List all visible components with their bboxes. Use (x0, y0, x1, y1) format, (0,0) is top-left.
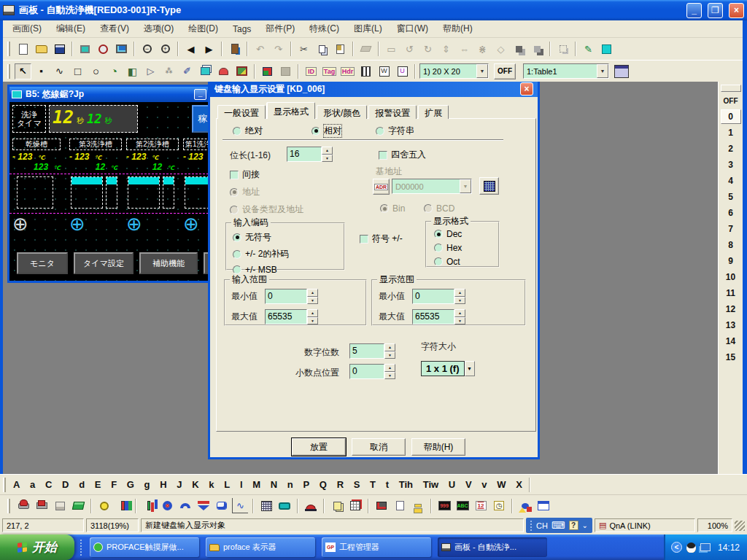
state-key-8[interactable]: 8 (721, 238, 741, 252)
spin-down-icon[interactable]: ▼ (384, 351, 395, 359)
letter-key[interactable]: L (224, 479, 230, 490)
data-table-icon[interactable] (347, 498, 363, 513)
letter-key[interactable]: A (13, 479, 20, 490)
hmi-nav-aux[interactable]: 補助機能 (139, 252, 198, 274)
parts-box-icon[interactable] (374, 498, 390, 513)
menu-library[interactable]: 图库(L) (347, 20, 389, 37)
tank-section[interactable]: 第1洗浄槽 - 123 ℃ 12 ℃ ⊕ (183, 139, 209, 246)
letter-key[interactable]: T (370, 479, 376, 490)
tag-tool-icon[interactable]: Tag (321, 63, 338, 79)
state-key-9[interactable]: 9 (721, 254, 741, 268)
quicklaunch-grip[interactable] (80, 540, 83, 556)
line-tool-icon[interactable]: ∿ (51, 63, 68, 79)
task-proface-help[interactable]: PROFACE触摸屏做... (90, 537, 199, 557)
chevron-down-icon[interactable]: ▼ (476, 64, 488, 78)
bring-front-icon[interactable] (511, 41, 527, 57)
ime-options-icon[interactable]: ⌄ (582, 521, 588, 529)
state-key-0[interactable]: 0 (721, 109, 741, 124)
tank-section[interactable]: 乾燥槽 - 123 ℃ 123 ℃ ⊕ (12, 139, 68, 246)
state-key-15[interactable]: 15 (721, 350, 741, 365)
letter-key[interactable]: Q (320, 479, 327, 490)
address-keypad-button[interactable]: ADR (373, 179, 390, 195)
cancel-button[interactable]: 取消 (352, 438, 406, 456)
tank-graph-icon[interactable] (196, 498, 212, 513)
letter-key[interactable]: M (252, 479, 260, 490)
spin-up-icon[interactable]: ▲ (307, 289, 318, 297)
toolbar-grip[interactable] (7, 499, 10, 513)
state-key-10[interactable]: 10 (721, 270, 741, 284)
ime-language-bar[interactable]: CH ⌨ ? ⌄ (526, 518, 592, 533)
letter-key[interactable]: Tih (399, 479, 413, 490)
letter-key[interactable]: W (497, 479, 506, 490)
zoom-out-icon[interactable]: − (139, 41, 155, 57)
pattern-tool-icon[interactable] (357, 63, 374, 79)
letter-key[interactable]: V (465, 479, 472, 490)
qq-tray-icon[interactable] (686, 542, 696, 553)
letter-key[interactable]: C (45, 479, 52, 490)
menu-options[interactable]: 选项(O) (137, 20, 180, 37)
pie-graph-icon[interactable] (159, 498, 175, 513)
spin-up-icon[interactable]: ▲ (454, 289, 465, 297)
letter-key[interactable]: N (271, 479, 277, 490)
arc-tool-icon[interactable]: ◔ (106, 63, 123, 79)
spin-down-icon[interactable]: ▼ (454, 317, 465, 325)
letter-key[interactable]: J (177, 479, 182, 490)
fill-tool-icon[interactable]: ◧ (124, 63, 141, 79)
date-display-icon[interactable]: 12 (473, 498, 489, 513)
keyboard-icon[interactable]: ⌨ (551, 520, 565, 531)
decimal-spinner[interactable]: 0 ▲▼ (349, 364, 395, 379)
tray-collapse-icon[interactable]: < (671, 542, 682, 553)
spin-up-icon[interactable]: ▲ (454, 309, 465, 317)
chevron-down-icon[interactable]: ▼ (597, 64, 608, 78)
tab-shape-color[interactable]: 形状/颜色 (317, 105, 367, 119)
menu-help[interactable]: 帮助(H) (436, 20, 479, 37)
paste-icon[interactable] (332, 41, 349, 57)
half-meter-icon[interactable] (177, 498, 193, 513)
hmi-canvas[interactable]: 洗浄 タイマ 12 秒 12 秒 稼 乾燥槽 - 123 ℃ 123 ℃ (9, 102, 209, 281)
digits-spinner[interactable]: 5 ▲▼ (349, 343, 395, 359)
state-key-2[interactable]: 2 (721, 141, 741, 156)
label-tool-icon[interactable] (197, 63, 214, 79)
bit-length-value[interactable]: 16 (287, 147, 322, 162)
oct-radio[interactable]: Oct (434, 257, 498, 267)
minimize-button[interactable]: _ (686, 3, 702, 18)
shape-parts-icon[interactable] (517, 498, 533, 513)
spin-up-icon[interactable]: ▲ (322, 147, 333, 155)
spin-up-icon[interactable]: ▲ (384, 343, 395, 351)
screen-b5-titlebar[interactable]: B5: 悠線鋸?Jp _ (9, 87, 209, 102)
alarm-clock-icon[interactable] (95, 41, 112, 57)
spin-down-icon[interactable]: ▼ (454, 297, 465, 305)
timer-display[interactable]: 12 秒 12 秒 (49, 105, 138, 133)
start-button[interactable]: 开始 (0, 534, 74, 560)
char-size-select[interactable]: 1 x 1 (f) ▼ (421, 361, 475, 376)
input-min-spinner[interactable]: 0 ▲▼ (265, 289, 318, 304)
hex-radio[interactable]: Hex (434, 243, 498, 253)
letter-key[interactable]: n (287, 479, 293, 490)
spin-up-icon[interactable]: ▲ (384, 364, 395, 372)
sign-checkbox[interactable]: 符号 +/- (360, 233, 403, 245)
text-display-icon[interactable]: ABC (454, 498, 471, 513)
letter-key[interactable]: S (354, 479, 360, 490)
radio-string[interactable]: 字符串 (376, 125, 414, 137)
task-project-manager[interactable]: GP 工程管理器 (322, 537, 431, 557)
resize-grip[interactable] (735, 521, 745, 531)
save-icon[interactable] (51, 41, 68, 57)
letter-key[interactable]: R (337, 479, 344, 490)
clock-display-icon[interactable]: ◷ (491, 498, 507, 513)
spin-down-icon[interactable]: ▼ (307, 297, 318, 305)
keypad-input-settings-dialog[interactable]: 键盘输入显示设置 [KD_006] × 一般设置 显示格式 形状/颜色 报警设置… (208, 82, 540, 459)
multi-lamp-icon[interactable] (115, 498, 131, 513)
close-button[interactable]: × (729, 3, 744, 18)
cut-icon[interactable]: ✂ (295, 41, 312, 57)
twos-complement-radio[interactable]: +/- 2的补码 (233, 248, 344, 260)
gauge-meter-icon[interactable] (214, 498, 230, 513)
menu-parts[interactable]: 部件(P) (259, 20, 301, 37)
display-max-spinner[interactable]: 65535 ▲▼ (412, 309, 465, 324)
letter-key[interactable]: F (111, 479, 117, 490)
header-tool-icon[interactable]: Hdr (339, 63, 356, 79)
letter-key[interactable]: a (30, 479, 35, 490)
bit-length-spinner[interactable]: 16 ▲▼ (287, 147, 333, 162)
menu-view[interactable]: 查看(V) (93, 20, 136, 37)
hmi-nav-timer-set[interactable]: タイマ設定 (74, 252, 133, 274)
unsigned-radio[interactable]: 无符号 (233, 231, 344, 244)
